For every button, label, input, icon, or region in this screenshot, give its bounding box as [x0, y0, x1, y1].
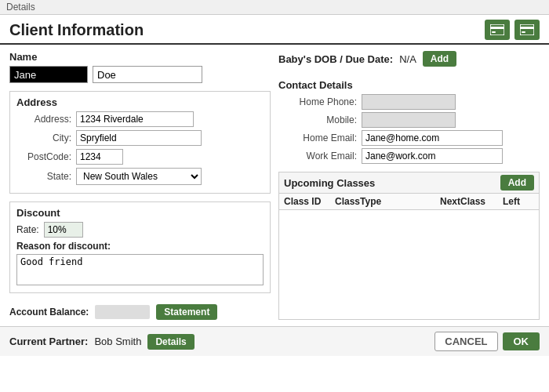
top-bar-label: Details — [6, 2, 35, 13]
work-email-input[interactable] — [362, 148, 503, 164]
name-section: Name — [9, 51, 271, 83]
rate-input[interactable] — [44, 222, 83, 238]
dob-value: N/A — [399, 53, 416, 65]
header: Client Information — [0, 15, 549, 45]
state-select[interactable]: New South Wales Victoria Queensland Sout… — [76, 168, 202, 185]
card-icon-2 — [520, 24, 534, 35]
account-label: Account Balance: — [9, 307, 89, 318]
icon-btn-1[interactable] — [485, 20, 510, 40]
home-phone-input[interactable] — [362, 94, 456, 110]
postcode-label: PostCode: — [16, 151, 71, 162]
rate-label: Rate: — [16, 224, 39, 235]
first-name-input[interactable] — [9, 66, 88, 83]
home-email-label: Home Email: — [278, 132, 357, 143]
address-label: Address — [16, 96, 264, 108]
mobile-label: Mobile: — [278, 114, 357, 125]
svg-rect-3 — [520, 24, 534, 35]
partner-label: Current Partner: — [9, 336, 88, 347]
address-section: Address Address: City: PostCode: State: … — [9, 91, 271, 194]
reason-textarea[interactable]: Good friend — [16, 254, 264, 285]
postcode-input[interactable] — [76, 149, 123, 165]
address-field-label: Address: — [16, 114, 71, 125]
discount-section: Discount Rate: Reason for discount: Good… — [9, 201, 271, 293]
contact-section: Contact Details Home Phone: Mobile: Home… — [278, 79, 540, 164]
page-title: Client Information — [9, 21, 144, 39]
home-phone-row: Home Phone: — [278, 94, 540, 110]
classes-section: Upcoming Classes Add Class ID ClassType … — [278, 172, 540, 320]
account-balance-row: Account Balance: Statement — [9, 304, 271, 320]
classes-body — [279, 210, 539, 257]
dob-section: Baby's DOB / Due Date: N/A Add — [278, 51, 540, 67]
svg-rect-4 — [520, 27, 534, 29]
details-button[interactable]: Details — [147, 334, 194, 350]
col-classid-header: Class ID — [284, 196, 335, 207]
state-row: State: New South Wales Victoria Queensla… — [16, 168, 264, 185]
dob-add-button[interactable]: Add — [423, 51, 456, 67]
name-row — [9, 66, 271, 83]
discount-label: Discount — [16, 207, 264, 219]
ok-button[interactable]: OK — [503, 332, 540, 350]
city-input[interactable] — [76, 130, 202, 146]
account-value — [95, 305, 150, 319]
left-column: Name Address Address: City: PostCode: — [9, 51, 271, 320]
home-email-row: Home Email: — [278, 130, 540, 146]
work-email-row: Work Email: — [278, 148, 540, 164]
svg-rect-2 — [492, 31, 496, 33]
postcode-row: PostCode: — [16, 149, 264, 165]
classes-title: Upcoming Classes — [284, 177, 375, 189]
last-name-input[interactable] — [93, 66, 202, 83]
main-content: Name Address Address: City: PostCode: — [0, 45, 549, 326]
card-icon-1 — [490, 24, 504, 35]
icon-btn-2[interactable] — [514, 20, 540, 40]
classes-add-button[interactable]: Add — [500, 175, 534, 191]
dob-label: Baby's DOB / Due Date: — [278, 53, 393, 65]
rate-row: Rate: — [16, 222, 264, 238]
name-label: Name — [9, 51, 271, 63]
state-label: State: — [16, 171, 71, 182]
right-column: Baby's DOB / Due Date: N/A Add Contact D… — [278, 51, 540, 320]
city-row: City: — [16, 130, 264, 146]
classes-table-header: Class ID ClassType NextClass Left — [279, 194, 539, 210]
col-classtype-header: ClassType — [335, 196, 440, 207]
svg-rect-5 — [522, 31, 525, 33]
address-input[interactable] — [76, 111, 194, 127]
mobile-row: Mobile: — [278, 112, 540, 128]
home-email-input[interactable] — [362, 130, 503, 146]
col-nextclass-header: NextClass — [440, 196, 503, 207]
top-bar: Details — [0, 0, 549, 15]
bottom-bar: Current Partner: Bob Smith Details CANCE… — [0, 326, 549, 356]
classes-header: Upcoming Classes Add — [279, 172, 539, 194]
partner-row: Current Partner: Bob Smith Details — [9, 334, 195, 350]
svg-rect-0 — [490, 24, 504, 35]
svg-rect-1 — [490, 27, 504, 29]
cancel-button[interactable]: CANCEL — [434, 332, 497, 351]
bottom-right: CANCEL OK — [434, 332, 540, 351]
mobile-input[interactable] — [362, 112, 456, 128]
home-phone-label: Home Phone: — [278, 96, 357, 107]
col-left-header: Left — [503, 196, 534, 207]
city-label: City: — [16, 132, 71, 143]
partner-name: Bob Smith — [94, 336, 141, 347]
contact-fields: Home Phone: Mobile: Home Email: Work Ema… — [278, 94, 540, 164]
reason-label: Reason for discount: — [16, 241, 264, 252]
contact-label: Contact Details — [278, 79, 540, 91]
header-icons — [485, 20, 540, 40]
statement-button[interactable]: Statement — [156, 304, 217, 320]
address-row: Address: — [16, 111, 264, 127]
work-email-label: Work Email: — [278, 151, 357, 162]
